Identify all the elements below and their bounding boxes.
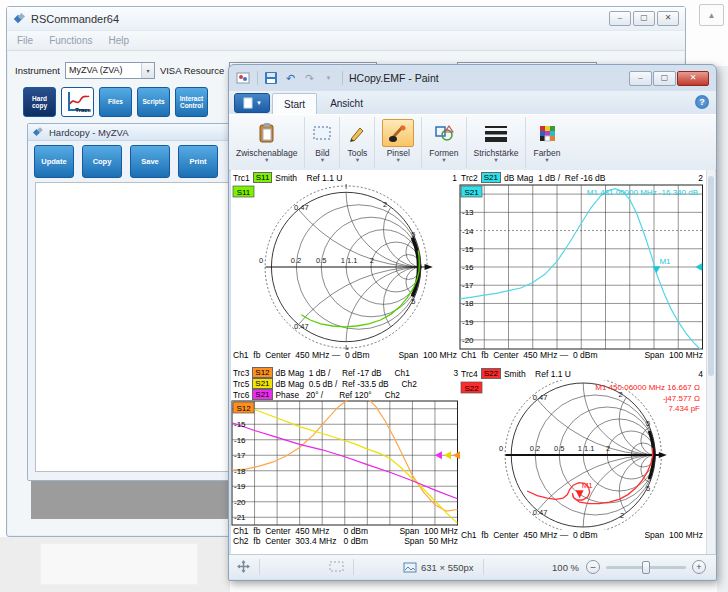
svg-text:-20: -20 [234, 498, 246, 507]
paint-canvas[interactable]: Trc1 S11 Smith Ref 1.1 U 1 00.20.51 1.12… [231, 170, 706, 554]
trace-header: Trc4 S22 Smith Ref 1.1 U 4 [459, 367, 705, 380]
chevron-down-icon[interactable]: ▼ [264, 158, 269, 163]
zoom-out-button[interactable]: – [586, 560, 600, 574]
menu-file[interactable]: File [17, 35, 33, 46]
tab-start[interactable]: Start [272, 93, 317, 114]
s-param-badge: S11 [253, 172, 273, 183]
svg-text:-17: -17 [234, 451, 246, 460]
group-colors[interactable]: Farben ▼ [526, 117, 567, 168]
qat-dropdown-icon[interactable]: ▼ [321, 71, 336, 86]
group-image[interactable]: Bild ▼ [305, 117, 340, 168]
zoom-slider-thumb[interactable] [642, 561, 650, 574]
group-clipboard[interactable]: Zwischenablage ▼ [229, 117, 305, 168]
svg-text:S12: S12 [236, 404, 251, 413]
help-icon[interactable]: ? [695, 95, 709, 109]
zoom-slider[interactable] [606, 566, 686, 569]
zoom-in-button[interactable]: + [692, 560, 706, 574]
line-width-icon [483, 124, 509, 142]
window-title: RSCommander64 [31, 13, 119, 25]
image-size-value: 631 × 550px [421, 562, 474, 573]
hardcopy-buttons: Update Copy Save Print [34, 145, 218, 178]
svg-text:S11: S11 [237, 188, 251, 197]
rscommander-titlebar[interactable]: RSCommander64 – ▢ ✕ [7, 7, 685, 31]
instrument-select[interactable]: MyZVA (ZVA) ▾ [65, 62, 155, 79]
desktop-rect [40, 543, 198, 585]
svg-text:2: 2 [383, 200, 387, 209]
files-tool-button[interactable]: Files [99, 87, 132, 117]
paint-titlebar[interactable]: ↶ ↷ ▼ HCopy.EMF - Paint – ▢ ✕ [229, 65, 716, 91]
clipboard-icon [258, 122, 276, 144]
s-param-badge: S22 [481, 368, 501, 379]
svg-text:0.47: 0.47 [533, 393, 548, 402]
redo-icon[interactable]: ↷ [302, 71, 317, 86]
instrument-label: Instrument [15, 65, 60, 76]
group-shapes[interactable]: Formen ▼ [422, 117, 466, 168]
area-number: 4 [698, 369, 703, 379]
minimize-button[interactable]: – [609, 11, 631, 26]
maximize-button[interactable]: ▢ [633, 11, 655, 26]
vna-plot-trc4: Trc4 S22 Smith Ref 1.1 U 4 00.20.51 1.12… [459, 367, 705, 540]
close-button[interactable]: ✕ [657, 11, 679, 26]
svg-text:-20: -20 [462, 336, 474, 345]
area-number: 1 [452, 173, 457, 183]
shapes-icon [434, 124, 454, 142]
svg-text:0.47: 0.47 [294, 203, 309, 212]
vna-plot-trc1: Trc1 S11 Smith Ref 1.1 U 1 00.20.51 1.12… [231, 171, 459, 360]
tab-ansicht[interactable]: Ansicht [319, 93, 374, 114]
hardcopy-tool-button[interactable]: Hard copy [23, 87, 56, 117]
svg-text:-16: -16 [234, 436, 246, 445]
image-size-icon [403, 562, 417, 573]
svg-text:-15: -15 [462, 245, 474, 254]
save-button[interactable]: Save [130, 145, 170, 178]
menu-bar: File Functions Help [7, 31, 685, 51]
svg-text:1 1.1: 1 1.1 [341, 256, 358, 265]
group-brush[interactable]: Pinsel ▼ [375, 117, 422, 168]
chevron-down-icon[interactable]: ▼ [396, 158, 401, 163]
svg-text:2: 2 [620, 511, 624, 520]
update-button[interactable]: Update [34, 145, 74, 178]
channel-footer: Ch2 fb Center 303.4 MHz 0 dBm Span 50 MH… [231, 536, 460, 546]
svg-text:-17: -17 [462, 281, 474, 290]
svg-text:1 1.1: 1 1.1 [578, 444, 595, 453]
pencil-icon [348, 124, 366, 142]
chevron-down-icon: ▼ [256, 100, 262, 106]
s-param-badge: S21 [252, 378, 272, 389]
interact-control-tool-button[interactable]: Interact Control [175, 87, 208, 117]
trace-header: Trc3 S12 dB Mag 1 dB / Ref -17 dB Ch1 3 [231, 367, 460, 378]
rsc-toolbar: Hard copy Trace Files Scripts Interact C… [23, 87, 208, 117]
paint-maximize-button[interactable]: ▢ [653, 71, 676, 86]
svg-text:1: 1 [346, 346, 350, 350]
scroll-up-button[interactable]: ▲ [699, 4, 724, 26]
canvas-vertical-scrollbar[interactable] [706, 170, 715, 554]
chevron-down-icon[interactable]: ▼ [493, 158, 498, 163]
paint-close-button[interactable]: ✕ [677, 71, 709, 86]
trace-header: Trc1 S11 Smith Ref 1.1 U 1 [231, 171, 459, 184]
group-stroke[interactable]: Strichstärke ▼ [467, 117, 527, 168]
svg-text:-18: -18 [462, 299, 474, 308]
svg-text:M1 481.00000 MHz -16.340: M1 481.00000 MHz -16.340 dB [587, 188, 698, 197]
print-button[interactable]: Print [178, 145, 218, 178]
svg-text:S22: S22 [464, 384, 479, 393]
chevron-down-icon[interactable]: ▼ [355, 158, 360, 163]
separator [257, 71, 258, 85]
menu-help[interactable]: Help [108, 35, 129, 46]
paint-minimize-button[interactable]: – [629, 71, 652, 86]
palette-icon [538, 124, 556, 142]
ribbon: Zwischenablage ▼ Bild ▼ Tools ▼ Pinsel ▼… [229, 114, 716, 171]
chevron-down-icon[interactable]: ▼ [320, 158, 325, 163]
paint-window-title: HCopy.EMF - Paint [349, 72, 439, 84]
chevron-down-icon[interactable]: ▼ [441, 158, 446, 163]
scripts-tool-button[interactable]: Scripts [137, 87, 170, 117]
paint-menu-button[interactable]: ▼ [234, 93, 270, 113]
svg-text:-21: -21 [234, 513, 246, 522]
trace-tool-button[interactable]: Trace [61, 87, 94, 117]
save-icon[interactable] [264, 71, 279, 86]
undo-icon[interactable]: ↶ [283, 71, 298, 86]
combo-dropdown-icon[interactable]: ▾ [141, 63, 154, 78]
scrollbar-thumb[interactable] [708, 176, 714, 376]
chevron-down-icon[interactable]: ▼ [544, 158, 549, 163]
menu-functions[interactable]: Functions [49, 35, 92, 46]
select-icon [312, 125, 332, 141]
group-tools[interactable]: Tools ▼ [340, 117, 375, 168]
copy-button[interactable]: Copy [82, 145, 122, 178]
